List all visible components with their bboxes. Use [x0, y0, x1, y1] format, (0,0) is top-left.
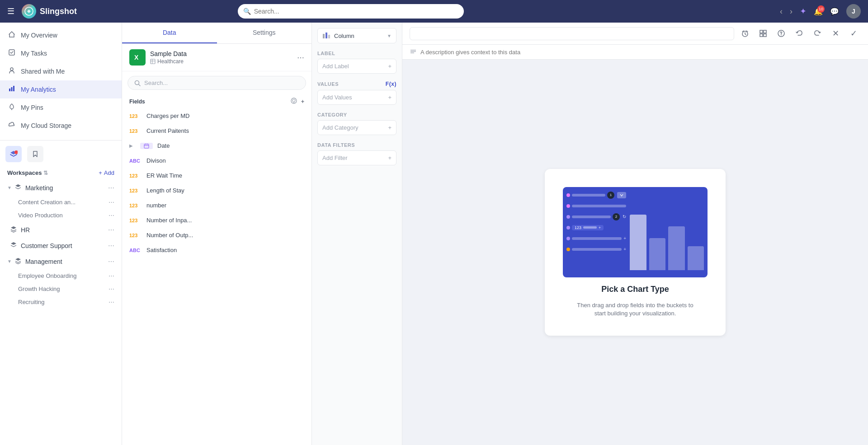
workspace-sub-recruiting[interactable]: Recruiting ⋯ [0, 295, 122, 309]
alarm-button[interactable] [738, 26, 752, 41]
add-values-button[interactable]: Add Values + [317, 90, 396, 105]
workspace-group-customer-support-header[interactable]: Customer Support ⋯ [0, 238, 122, 253]
workspace-sub-content-creation[interactable]: Content Creation an... ⋯ [0, 196, 122, 209]
field-item-satisfaction[interactable]: ABC Satisfaction [122, 243, 311, 258]
field-item-division[interactable]: ABC Divison [122, 153, 311, 168]
workspace-sub-growth-hacking-menu[interactable]: ⋯ [108, 286, 114, 292]
undo-button[interactable] [792, 26, 807, 41]
add-field-button[interactable]: + [301, 98, 304, 105]
add-label-button[interactable]: Add Label + [317, 59, 396, 74]
workspace-sub-employee-onboarding-menu[interactable]: ⋯ [108, 272, 114, 279]
hamburger-menu[interactable]: ☰ [7, 6, 14, 16]
field-item-patients[interactable]: 123 Current Paitents [122, 123, 311, 138]
add-category-button[interactable]: Add Category + [317, 120, 396, 135]
workspace-group-marketing-header[interactable]: ▼ Marketing ⋯ [0, 180, 122, 196]
workspace-sub-video-production-label: Video Production [18, 212, 63, 219]
field-type-abc-icon: ABC [129, 158, 142, 164]
nav-forward-button[interactable]: › [790, 7, 793, 16]
workspace-sub-video-production[interactable]: Video Production ⋯ [0, 209, 122, 222]
confirm-button[interactable]: ✓ [846, 26, 861, 41]
pick-chart-subtitle: Then drag and drop fields into the bucke… [572, 301, 698, 318]
redo-button[interactable] [810, 26, 825, 41]
sidebar-item-shared[interactable]: Shared with Me [0, 62, 122, 80]
sidebar-item-pins[interactable]: My Pins [0, 98, 122, 117]
workspace-sub-content-creation-menu[interactable]: ⋯ [108, 199, 114, 206]
help-button[interactable] [774, 26, 788, 41]
sidebar-item-overview[interactable]: My Overview [0, 26, 122, 44]
field-item-charges[interactable]: 123 Charges per MD [122, 108, 311, 123]
svg-rect-15 [144, 144, 149, 148]
nav-back-button[interactable]: ‹ [780, 7, 783, 16]
field-item-outpatients[interactable]: 123 Number of Outp... [122, 228, 311, 243]
chevron-down-icon-mgmt: ▼ [7, 259, 12, 264]
global-search[interactable]: 🔍 [238, 4, 464, 19]
bookmark-button[interactable] [27, 146, 43, 162]
close-button[interactable]: ✕ [828, 26, 843, 41]
field-name: Satisfaction [146, 247, 177, 253]
chat-button[interactable]: 💬 [830, 7, 839, 16]
svg-rect-21 [328, 35, 330, 38]
workspace-management-menu[interactable]: ⋯ [108, 258, 114, 265]
fields-header: Fields + [122, 94, 311, 108]
workspace-sub-recruiting-menu[interactable]: ⋯ [108, 299, 114, 305]
field-item-inpatients[interactable]: 123 Number of Inpa... [122, 213, 311, 228]
field-name: Length of Stay [146, 187, 184, 194]
workspace-sub-employee-onboarding[interactable]: Employee Onboarding ⋯ [0, 269, 122, 282]
workspace-sub-video-production-menu[interactable]: ⋯ [108, 212, 114, 219]
field-type-abc-icon: ABC [129, 248, 142, 253]
svg-text:X: X [134, 54, 139, 61]
workspace-marketing-menu[interactable]: ⋯ [108, 184, 114, 192]
logo-text: Slingshot [40, 7, 77, 16]
svg-point-28 [781, 35, 782, 36]
table-icon [150, 59, 156, 64]
add-filter-button[interactable]: Add Filter + [317, 150, 396, 165]
sort-workspaces-button[interactable]: ⇅ [43, 170, 48, 176]
cloud-icon [7, 121, 16, 130]
workspace-sub-content-creation-label: Content Creation an... [18, 199, 75, 206]
notifications-button[interactable]: 🔔 10 [814, 7, 823, 16]
workspace-hr-menu[interactable]: ⋯ [108, 226, 114, 234]
pick-chart-card: 1 [545, 169, 726, 336]
grid-button[interactable] [756, 26, 770, 41]
search-input[interactable] [238, 4, 464, 19]
section-category-title: CATEGORY [317, 112, 396, 117]
data-source-options-button[interactable]: ⋯ [297, 53, 304, 62]
logo[interactable]: Slingshot [22, 4, 77, 19]
svg-rect-9 [151, 59, 155, 64]
workspace-customer-support-menu[interactable]: ⋯ [108, 242, 114, 249]
top-navigation: ☰ Slingshot 🔍 ‹ › ✦ 🔔 10 💬 J [0, 0, 868, 23]
field-item-number[interactable]: 123 number [122, 198, 311, 213]
ai-icon[interactable]: ✦ [800, 6, 807, 16]
workspace-group-hr-header[interactable]: HR ⋯ [0, 222, 122, 238]
tab-settings[interactable]: Settings [217, 23, 312, 43]
sidebar-item-tasks[interactable]: My Tasks [0, 44, 122, 62]
sidebar-item-analytics[interactable]: My Analytics [0, 80, 122, 98]
chart-type-selector[interactable]: Column ▼ [317, 28, 396, 43]
svg-rect-20 [326, 33, 327, 38]
layers-stack-icon [14, 183, 22, 192]
viz-title-input[interactable] [410, 27, 734, 40]
data-source-row: X Sample Data Healthcare ⋯ [122, 44, 311, 71]
field-item-er-wait[interactable]: 123 ER Wait Time [122, 168, 311, 183]
tab-data[interactable]: Data [122, 23, 217, 43]
add-workspace-button[interactable]: + Add [99, 169, 114, 176]
sidebar-item-cloud[interactable]: My Cloud Storage [0, 117, 122, 135]
workspace-management-label: Management [25, 258, 62, 265]
svg-rect-5 [13, 86, 14, 91]
layers-button[interactable] [5, 146, 22, 162]
pick-chart-title: Pick a Chart Type [601, 285, 669, 294]
workspaces-header: Workspaces ⇅ + Add [0, 166, 122, 180]
viz-description-input[interactable] [420, 49, 861, 56]
field-item-length-of-stay[interactable]: 123 Length of Stay [122, 183, 311, 198]
workspace-group-management-header[interactable]: ▼ Management ⋯ [0, 253, 122, 269]
ai-fields-button[interactable] [290, 97, 297, 106]
fields-search-input[interactable] [144, 80, 299, 86]
fx-button[interactable]: F(x) [386, 81, 396, 87]
settings-section-filters: DATA FILTERS Add Filter + [317, 142, 396, 165]
settings-section-label: LABEL Add Label + [317, 51, 396, 74]
fields-search [127, 76, 306, 90]
field-item-date[interactable]: ▶ Date [122, 138, 311, 153]
data-source-info: Sample Data Healthcare [150, 50, 292, 65]
user-avatar[interactable]: J [846, 4, 861, 19]
workspace-sub-growth-hacking[interactable]: Growth Hacking ⋯ [0, 282, 122, 295]
